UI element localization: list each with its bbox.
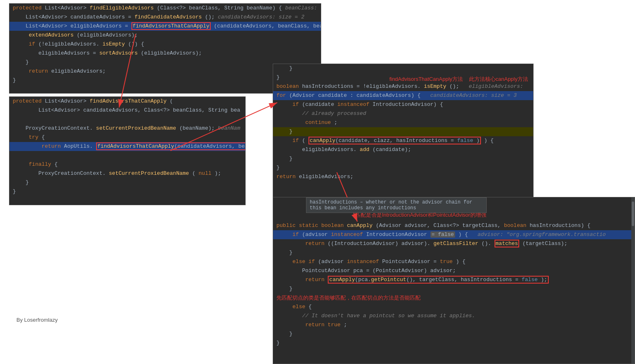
code-line: List<Advisor> candidateAdvisors, Class<?… <box>9 106 245 115</box>
scrollbar-thumb[interactable] <box>632 201 634 226</box>
code-line: else { <box>273 302 635 311</box>
code-line: return true ; <box>273 321 635 330</box>
scrollbar[interactable] <box>631 197 635 364</box>
code-line: try { <box>9 133 245 142</box>
code-line-highlighted: List<Advisor> eligibleAdvisors = findAdv… <box>9 22 321 31</box>
code-line: } <box>273 127 533 136</box>
code-line: List<Advisor> candidateAdvisors = findCa… <box>9 13 321 22</box>
code-line-highlighted: return AopUtils. findAdvisorsThatCanAppl… <box>9 142 245 151</box>
code-line: if ( canApply(candidate, clazz, hasIntro… <box>273 136 533 145</box>
code-line: if (!eligibleAdvisors. isEmpty ()) { <box>9 40 321 49</box>
code-line-highlighted: for (Advisor candidate : candidateAdviso… <box>273 91 533 100</box>
code-line: } <box>9 187 245 196</box>
code-line: } <box>273 64 533 73</box>
code-line: finally { <box>9 160 245 169</box>
code-line: return ((IntroductionAdvisor) advisor). … <box>273 239 635 248</box>
code-line: } <box>273 339 635 348</box>
code-line: } <box>273 248 635 257</box>
bottom-right-panel: hasIntroductions – whether or not the ad… <box>273 197 635 364</box>
code-line: } <box>273 284 635 293</box>
code-line <box>9 115 245 124</box>
code-line: continue ; <box>273 118 533 127</box>
code-line <box>9 151 245 160</box>
code-line: public static boolean canApply (Advisor … <box>273 221 635 230</box>
code-line: } <box>273 73 533 82</box>
code-line: extendAdvisors (eligibleAdvisors); <box>9 31 321 40</box>
code-line: ProxyCreationContext. setCurrentProxiedB… <box>9 124 245 133</box>
tooltip: hasIntroductions – whether or not the ad… <box>306 197 487 213</box>
code-line: // It doesn't have a pointcut so we assu… <box>273 311 635 321</box>
code-line: // already processed <box>273 109 533 118</box>
code-line-highlighted: if (advisor instanceof IntroductionAdvis… <box>273 230 635 239</box>
code-line: ProxyCreationContext. setCurrentProxiedB… <box>9 169 245 178</box>
code-line: } <box>273 330 635 339</box>
code-line: return eligibleAdvisors; <box>273 172 533 181</box>
mid-left-panel: protected List<Advisor> findAdvisorsThat… <box>9 96 246 205</box>
code-line: else if (advisor instanceof PointcutAdvi… <box>273 257 635 266</box>
code-line: PointcutAdvisor pca = (PointcutAdvisor) … <box>273 266 635 275</box>
annotation-pointcut: 先匹配切点的类是否能够匹配，在匹配切点的方法是否能匹配 <box>273 293 635 302</box>
code-line: if (candidate instanceof IntroductionAdv… <box>273 100 533 109</box>
code-line: } <box>273 163 533 172</box>
top-right-panel: findAdvisorsThatCanApply方法 此方法核心canApply… <box>273 64 534 201</box>
code-line: } <box>9 178 245 187</box>
code-line: return canApply(pca.getPointcut(), targe… <box>273 275 635 284</box>
code-line: boolean hasIntroductions = !eligibleAdvi… <box>273 82 533 91</box>
code-line: protected List<Advisor> findEligibleAdvi… <box>9 4 321 13</box>
code-line: protected List<Advisor> findAdvisorsThat… <box>9 97 245 106</box>
code-line: eligibleAdvisors. add (candidate); <box>273 145 533 154</box>
code-line: } <box>273 154 533 163</box>
attribution: By Loserfromlazy <box>16 317 58 323</box>
code-line: eligibleAdvisors = sortAdvisors (eligibl… <box>9 49 321 58</box>
